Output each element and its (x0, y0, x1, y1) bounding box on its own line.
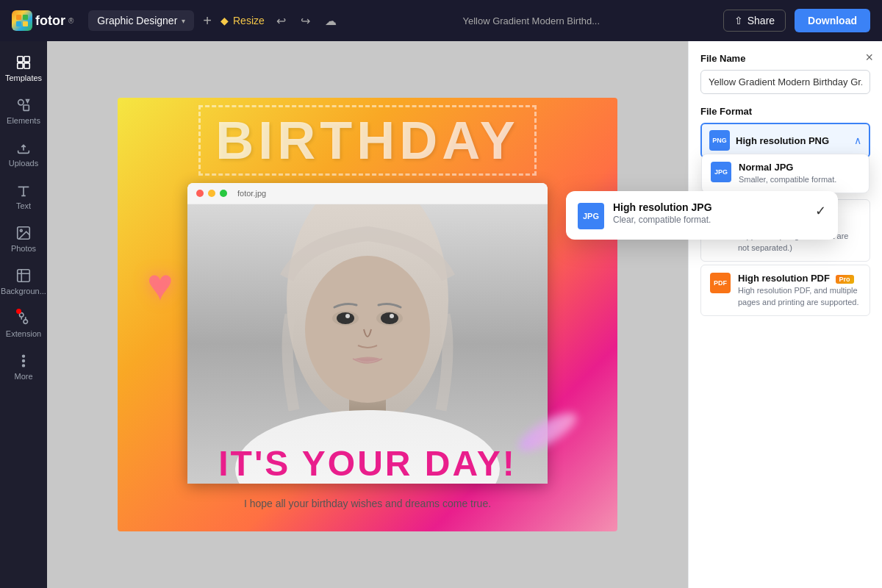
resize-label: Resize (233, 15, 265, 26)
highres-jpg-popup-icon: JPG (578, 203, 604, 229)
format-dropdown: JPG Normal JPG Smaller, compatible forma… (701, 154, 870, 193)
sidebar-backgrounds-label: Backgroun... (1, 287, 46, 295)
svg-point-14 (24, 320, 28, 324)
birthday-card: BIRTHDAY fotor.jpg (118, 98, 617, 531)
highres-pdf-name: High resolution PDF Pro (738, 273, 861, 284)
heart-decoration: ♥ (147, 259, 173, 310)
sidebar-photos-label: Photos (11, 244, 36, 253)
normal-jpg-icon: JPG (711, 162, 731, 182)
logo-text: fotor (35, 13, 65, 29)
graphic-designer-label: Graphic Designer (97, 15, 177, 26)
diamond-icon: ◆ (220, 15, 229, 26)
svg-rect-5 (24, 57, 29, 62)
browser-url-text: fotor.jpg (237, 189, 266, 198)
svg-point-17 (23, 365, 25, 367)
svg-rect-3 (23, 21, 28, 26)
birthday-title-text: BIRTHDAY (198, 105, 536, 176)
svg-rect-2 (16, 21, 21, 26)
highres-jpg-popup-name: High resolution JPG (613, 201, 806, 213)
sidebar-extension-label: Extension (6, 329, 41, 338)
topbar: fotor® Graphic Designer ▾ + ◆ Resize ↩ ↪… (0, 0, 882, 41)
svg-point-8 (18, 100, 24, 105)
browser-bar: fotor.jpg (187, 183, 548, 204)
sidebar-text-label: Text (16, 201, 31, 210)
sidebar-item-extension[interactable]: Extension (0, 303, 47, 345)
popup-option-highres-jpg[interactable]: JPG High resolution JPG Clear, compatibl… (566, 191, 838, 240)
panel-close-button[interactable]: × (865, 50, 873, 65)
subtitle-text: I hope all your birthday wishes and drea… (118, 498, 617, 509)
normal-jpg-name: Normal JPG (739, 162, 860, 173)
redo-button[interactable]: ↪ (298, 11, 313, 31)
graphic-designer-button[interactable]: Graphic Designer ▾ (88, 10, 194, 31)
svg-point-11 (20, 229, 22, 232)
svg-rect-0 (16, 15, 21, 20)
file-name-label: File Name (700, 53, 870, 64)
format-selected-name: High resolution PNG (736, 135, 829, 146)
svg-rect-1 (23, 15, 28, 20)
svg-point-16 (23, 360, 25, 362)
svg-rect-6 (18, 63, 23, 68)
sidebar-item-uploads[interactable]: Uploads (0, 132, 47, 175)
sidebar-item-text[interactable]: Text (0, 175, 47, 218)
svg-rect-9 (24, 105, 29, 110)
sidebar-item-photos[interactable]: Photos (0, 218, 47, 260)
file-name-input[interactable] (700, 70, 870, 94)
add-button[interactable]: + (203, 12, 212, 29)
browser-dot-red (196, 190, 204, 197)
svg-point-15 (23, 355, 25, 357)
sidebar-item-templates[interactable]: Templates (0, 47, 47, 90)
highres-jpg-check-icon: ✓ (815, 203, 826, 219)
browser-dot-yellow (208, 190, 215, 197)
share-icon: ⇧ (734, 15, 743, 26)
file-format-label: File Format (700, 106, 870, 117)
document-title: Yellow Gradient Modern Birthd... (348, 15, 714, 26)
share-label: Share (747, 15, 775, 26)
chevron-down-icon: ▾ (182, 17, 185, 25)
pro-badge: Pro (836, 275, 854, 284)
svg-rect-4 (18, 57, 23, 62)
format-option-highres-pdf[interactable]: PDF High resolution PDF Pro High resolut… (700, 265, 870, 316)
format-selected-left: PNG High resolution PNG (709, 130, 829, 151)
your-day-text: IT'S YOUR DAY! (118, 443, 617, 484)
format-png-icon: PNG (709, 130, 730, 151)
browser-dot-green (220, 190, 227, 197)
format-chevron-up-icon: ∧ (854, 135, 861, 146)
extension-notification-dot (16, 309, 21, 314)
cloud-button[interactable]: ☁ (322, 11, 340, 31)
sidebar-elements-label: Elements (7, 116, 40, 125)
format-option-normal-jpg[interactable]: JPG Normal JPG Smaller, compatible forma… (702, 154, 869, 193)
svg-rect-12 (18, 270, 30, 282)
highres-jpg-popup-desc: Clear, compatible format. (613, 215, 806, 225)
logo: fotor® (12, 10, 74, 31)
sidebar-item-elements[interactable]: Elements (0, 90, 47, 132)
undo-button[interactable]: ↩ (273, 11, 289, 31)
right-panel: × File Name File Format PNG High resolut… (688, 41, 882, 588)
sidebar-item-more[interactable]: More (0, 345, 47, 388)
main-layout: Templates Elements Uploads Text (0, 0, 882, 588)
browser-photo (187, 204, 548, 484)
svg-rect-7 (24, 63, 29, 68)
download-button[interactable]: Download (795, 9, 870, 32)
browser-mockup: fotor.jpg (187, 183, 548, 484)
svg-point-28 (390, 314, 394, 318)
sidebar-templates-label: Templates (5, 74, 42, 82)
highres-jpg-popup: JPG High resolution JPG Clear, compatibl… (566, 191, 838, 240)
highres-pdf-desc: High resolution PDF, and multiple pages … (738, 285, 861, 308)
svg-point-26 (381, 312, 398, 324)
svg-point-27 (345, 314, 350, 318)
sidebar-more-label: More (14, 372, 32, 381)
logo-sup: ® (68, 17, 74, 25)
svg-point-25 (337, 312, 354, 324)
file-format-dropdown-trigger[interactable]: PNG High resolution PNG ∧ JPG Normal JPG… (700, 123, 870, 158)
sidebar-uploads-label: Uploads (9, 159, 38, 168)
logo-icon (12, 10, 32, 31)
highres-pdf-icon: PDF (710, 273, 731, 293)
sidebar-item-backgrounds[interactable]: Backgroun... (0, 260, 47, 303)
normal-jpg-desc: Smaller, compatible format. (739, 174, 860, 185)
svg-point-22 (305, 256, 430, 403)
share-button[interactable]: ⇧ Share (723, 10, 786, 32)
canvas-area[interactable]: BIRTHDAY fotor.jpg (47, 41, 688, 588)
resize-button[interactable]: ◆ Resize (220, 15, 265, 26)
sidebar: Templates Elements Uploads Text (0, 41, 47, 588)
